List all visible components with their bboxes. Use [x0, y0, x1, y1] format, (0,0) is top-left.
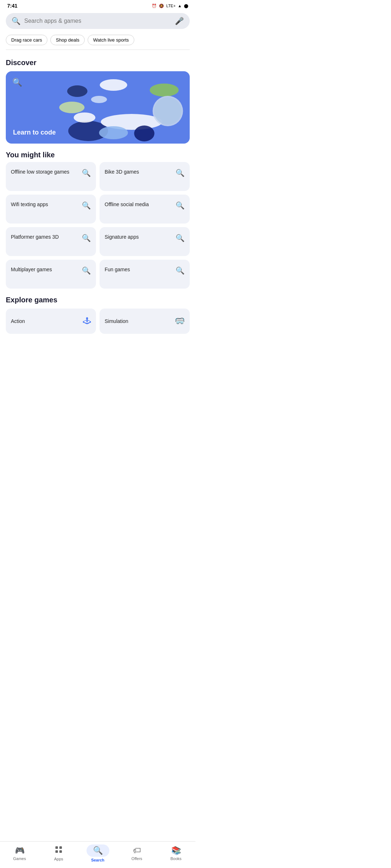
svg-point-7 [134, 125, 155, 141]
banner-search-icon: 🔍 [12, 78, 22, 87]
suggestion-multiplayer-games[interactable]: Multiplayer games 🔍 [6, 260, 96, 289]
mic-icon[interactable]: 🎤 [175, 17, 184, 25]
explore-action[interactable]: Action 🕹 [6, 309, 96, 334]
search-bar[interactable]: 🔍 🎤 [6, 13, 190, 29]
you-might-like-title: You might like [0, 151, 196, 162]
svg-point-1 [74, 112, 96, 123]
chip-shop-deals[interactable]: Shop deals [50, 35, 85, 45]
signal-icon: ▲ [178, 4, 182, 8]
svg-point-6 [99, 126, 128, 139]
lte-indicator: LTE+ [166, 4, 176, 8]
suggestion-wifi-texting[interactable]: Wifi texting apps 🔍 [6, 195, 96, 224]
chip-watch-live-sports[interactable]: Watch live sports [88, 35, 134, 45]
explore-games-title: Explore games [0, 294, 196, 309]
suggestion-search-icon: 🔍 [82, 234, 91, 242]
suggestion-signature-apps[interactable]: Signature apps 🔍 [100, 227, 190, 256]
status-time: 7:41 [7, 3, 17, 9]
suggestion-search-icon: 🔍 [176, 266, 185, 275]
svg-point-12 [67, 85, 88, 97]
suggestion-search-icon: 🔍 [82, 169, 91, 177]
divider [6, 50, 190, 50]
explore-simulation[interactable]: Simulation 🥽 [100, 309, 190, 334]
suggestion-platformer-3d[interactable]: Platformer games 3D 🔍 [6, 227, 96, 256]
action-icon: 🕹 [83, 316, 91, 326]
svg-point-2 [59, 102, 85, 113]
suggestion-search-icon: 🔍 [176, 234, 185, 242]
silent-icon: 🔕 [159, 4, 164, 8]
suggestion-search-icon: 🔍 [82, 266, 91, 275]
banner-text: Learn to code [13, 129, 56, 136]
battery-icon: ⬤ [184, 4, 188, 8]
suggestion-offline-social[interactable]: Offline social media 🔍 [100, 195, 190, 224]
suggestion-search-icon: 🔍 [176, 201, 185, 210]
svg-point-13 [91, 96, 107, 103]
suggestion-search-icon: 🔍 [82, 201, 91, 210]
suggestion-grid: Offline low storage games 🔍 Bike 3D game… [0, 162, 196, 294]
chip-drag-race-cars[interactable]: Drag race cars [6, 35, 47, 45]
explore-grid: Action 🕹 Simulation 🥽 [0, 309, 196, 363]
svg-point-10 [154, 97, 182, 125]
alarm-icon: ⏰ [152, 4, 157, 8]
banner-decoration [52, 71, 190, 144]
suggestion-offline-low-storage[interactable]: Offline low storage games 🔍 [6, 162, 96, 191]
svg-point-8 [150, 84, 179, 97]
chip-row: Drag race cars Shop deals Watch live spo… [0, 33, 196, 50]
discover-banner[interactable]: 🔍 Learn to code [6, 71, 190, 144]
simulation-icon: 🥽 [175, 316, 185, 326]
search-input[interactable] [24, 18, 171, 24]
status-icons: ⏰ 🔕 LTE+ ▲ ⬤ [152, 4, 188, 8]
svg-point-11 [100, 79, 127, 91]
suggestion-fun-games[interactable]: Fun games 🔍 [100, 260, 190, 289]
status-bar: 7:41 ⏰ 🔕 LTE+ ▲ ⬤ [0, 0, 196, 10]
search-icon: 🔍 [12, 17, 21, 25]
suggestion-bike-3d-games[interactable]: Bike 3D games 🔍 [100, 162, 190, 191]
discover-title: Discover [0, 56, 196, 71]
suggestion-search-icon: 🔍 [176, 169, 185, 177]
